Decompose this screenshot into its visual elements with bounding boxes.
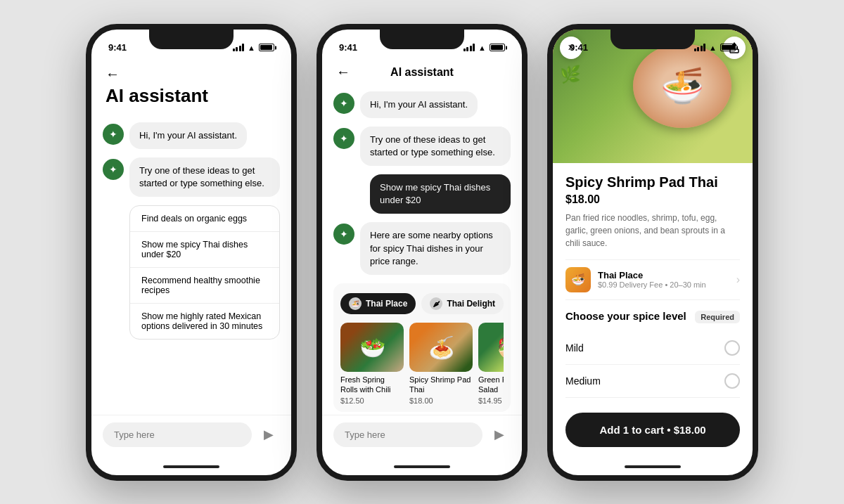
ai-msg-row-s2-2: ✦ Try one of these ideas to get started … [333,127,511,166]
food-card-price-3: $14.95 [478,396,504,405]
ai-msg-row-s2-3: ✦ Here are some nearby options for spicy… [333,222,511,275]
wifi-icon-3: ▲ [709,44,717,52]
back-button-2[interactable]: ← [336,64,350,80]
food-card-price-1: $12.50 [340,396,404,405]
suggestion-item-3[interactable]: Recommend healthy smoothie recipes [130,268,279,304]
phone-2: 9:41 ▲ ← AI assistant ✦ Hi, I'm your AI … [316,24,528,481]
restaurant-info: Thai Place $0.99 Delivery Fee • 20–30 mi… [598,270,729,289]
spice-header: Choose your spice level Required [565,310,740,325]
restaurant-tab-2[interactable]: 🌶 Thai Delight [421,293,504,314]
chat-area-2: ✦ Hi, I'm your AI assistant. ✦ Try one o… [322,84,522,415]
tab-icon-1: 🍜 [349,297,362,310]
suggestion-item-1[interactable]: Find deals on organic eggs [130,206,279,232]
status-time-2: 9:41 [339,42,357,53]
chat-input-2[interactable] [333,422,482,447]
battery-icon-1 [259,44,274,51]
status-bar-2: 9:41 ▲ [322,30,522,60]
user-message-s2: Show me spicy Thai dishes under $20 [370,174,511,214]
home-indicator-3 [553,458,753,475]
spice-option-mild[interactable]: Mild [565,332,740,365]
restaurant-tab-label-2: Thai Delight [447,299,495,309]
spice-section-title: Choose your spice level [565,310,686,322]
restaurant-tabs: 🍜 Thai Place 🌶 Thai Delight [340,290,504,317]
spice-option-medium[interactable]: Medium [565,365,740,398]
food-card-name-2: Spicy Shrimp Pad Thai [409,375,473,395]
food-card-img-2: 🍝 [409,323,473,372]
ai-message-row-1: ✦ Hi, I'm your AI assistant. [103,122,280,149]
back-button-1[interactable]: ← [106,66,120,82]
food-card-3[interactable]: 🥙 Green Pap... Salad $14.95 [478,323,504,405]
ai-avatar-1: ✦ [103,124,124,145]
restaurant-tab-1[interactable]: 🍜 Thai Place [340,293,416,314]
add-to-cart-button[interactable]: Add 1 to cart • $18.00 [565,413,740,447]
signal-icon-3 [694,44,706,51]
status-icons-1: ▲ [233,44,274,52]
product-details: Spicy Shrimp Pad Thai $18.00 Pan fried r… [553,163,753,413]
chat-input-1[interactable] [103,422,252,447]
signal-icon-2 [463,44,475,51]
product-description: Pan fried rice noodles, shrimp, tofu, eg… [565,212,740,250]
send-button-2[interactable]: ▶ [488,423,511,446]
input-bar-1: ▶ [91,415,291,458]
food-cards: 🥗 Fresh Spring Rolls with Chili $12.50 🍝… [340,323,504,405]
phone-3: 9:41 ▲ 🌿 × [547,24,758,481]
food-card-price-2: $18.00 [409,396,473,405]
food-card-name-1: Fresh Spring Rolls with Chili [340,375,404,395]
product-name: Spicy Shrimp Pad Thai [565,174,740,190]
spice-label-medium: Medium [565,375,601,387]
restaurant-row[interactable]: 🍜 Thai Place $0.99 Delivery Fee • 20–30 … [565,259,740,300]
phone-1: 9:41 ▲ ← AI assistant ✦ Hi, I'm your AI … [86,24,297,481]
food-card-img-3: 🥙 [478,323,504,372]
battery-icon-3 [720,44,736,51]
product-price: $18.00 [565,193,740,206]
ai-bubble-1: Hi, I'm your AI assistant. [129,122,247,149]
restaurant-name-text: Thai Place [598,270,729,280]
food-card-2[interactable]: 🍝 Spicy Shrimp Pad Thai $18.00 [409,323,473,405]
ai-avatar-s2-1: ✦ [333,93,354,114]
ai-bubble-s2-1: Hi, I'm your AI assistant. [360,91,478,118]
suggestion-item-4[interactable]: Show me highly rated Mexican options del… [130,304,279,339]
nav-bar-2: ← AI assistant [322,60,522,84]
wifi-icon-1: ▲ [248,44,255,52]
restaurant-chevron-icon: › [736,273,740,286]
status-time-1: 9:41 [108,42,127,53]
status-icons-2: ▲ [463,44,505,52]
input-bar-2: ▶ [322,415,522,458]
results-card: 🍜 Thai Place 🌶 Thai Delight 🥗 [333,283,511,412]
nav-title-2: AI assistant [390,66,454,79]
battery-icon-2 [490,44,505,51]
ai-avatar-2: ✦ [103,159,124,180]
radio-medium[interactable] [724,373,740,389]
spice-label-mild: Mild [565,342,584,354]
radio-mild[interactable] [724,340,740,356]
ai-message-row-2: ✦ Try one of these ideas to get started … [103,157,280,197]
deco-1: 🌿 [560,65,581,84]
restaurant-logo: 🍜 [565,267,591,292]
suggestions-card: Find deals on organic eggs Show me spicy… [129,205,280,340]
signal-icon-1 [233,44,245,51]
food-card-1[interactable]: 🥗 Fresh Spring Rolls with Chili $12.50 [340,323,404,405]
home-indicator-2 [322,458,522,475]
chat-area-1: ✦ Hi, I'm your AI assistant. ✦ Try one o… [91,115,291,415]
required-badge: Required [695,311,740,323]
status-bar-3: 9:41 ▲ [553,30,753,60]
screen1-content: ← AI assistant ✦ Hi, I'm your AI assista… [91,60,291,475]
restaurant-meta: $0.99 Delivery Fee • 20–30 min [598,280,729,289]
home-indicator-1 [91,458,291,475]
screen1-header: ← [91,60,291,82]
status-bar-1: 9:41 ▲ [91,30,291,60]
send-button-1[interactable]: ▶ [257,423,280,446]
restaurant-tab-label-1: Thai Place [366,299,407,309]
screen2-content: ← AI assistant ✦ Hi, I'm your AI assista… [322,60,522,475]
ai-bubble-s2-2: Try one of these ideas to get started or… [360,127,511,166]
page-title-1: AI assistant [91,82,291,115]
ai-bubble-2: Try one of these ideas to get started or… [129,157,280,197]
ai-bubble-s2-3: Here are some nearby options for spicy T… [360,222,511,275]
status-icons-3: ▲ [694,44,736,52]
ai-avatar-s2-2: ✦ [333,128,354,149]
suggestion-item-2[interactable]: Show me spicy Thai dishes under $20 [130,232,279,268]
food-card-img-1: 🥗 [340,323,404,372]
wifi-icon-2: ▲ [478,44,486,52]
ai-msg-row-s2-1: ✦ Hi, I'm your AI assistant. [333,91,511,118]
food-card-name-3: Green Pap... Salad [478,375,504,395]
